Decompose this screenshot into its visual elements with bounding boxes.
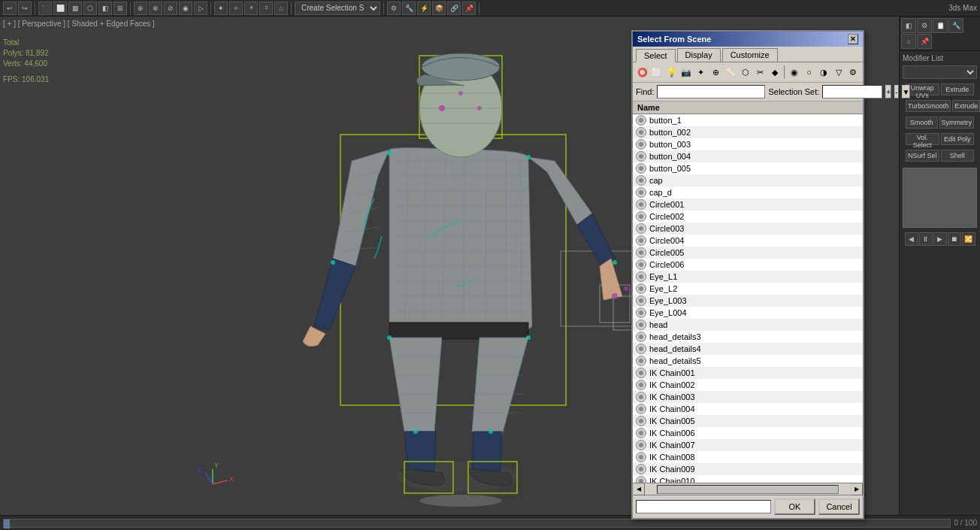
list-item[interactable]: button_005: [633, 162, 863, 174]
nav-pause-icon[interactable]: ⏸: [919, 232, 933, 246]
list-item[interactable]: IK Chain002: [633, 379, 863, 391]
list-item[interactable]: Eye_L003: [633, 295, 863, 307]
toolbar-icon-3[interactable]: ⬛: [38, 2, 52, 15]
extrude-btn-1[interactable]: Extrude: [941, 83, 975, 95]
list-item[interactable]: cap: [633, 174, 863, 186]
list-item[interactable]: head: [633, 319, 863, 331]
extrude-btn-2[interactable]: Extrude: [952, 100, 980, 112]
toolbar-icon-10[interactable]: ⊗: [149, 2, 162, 15]
rp-icon-6[interactable]: 📌: [917, 34, 932, 49]
dt-icon-none[interactable]: ○: [803, 65, 816, 80]
vol-select-btn[interactable]: Vol. Select: [906, 133, 939, 145]
find-input[interactable]: [657, 85, 765, 98]
unwrap-uvs-btn[interactable]: Unwrap UVs: [906, 83, 939, 95]
list-item[interactable]: IK Chain003: [633, 391, 863, 403]
nsurf-sel-btn[interactable]: NSurf Sel: [906, 150, 939, 162]
hscroll-left[interactable]: ◀: [633, 483, 645, 495]
toolbar-icon-12[interactable]: ◉: [179, 2, 192, 15]
symmetry-btn[interactable]: Symmetry: [939, 117, 975, 129]
toolbar-icon-7[interactable]: ◧: [98, 2, 112, 15]
toolbar-icon-24[interactable]: 📌: [462, 2, 476, 15]
ss-dropdown-icon[interactable]: ▼: [902, 85, 911, 98]
dt-icon-invert[interactable]: ◑: [817, 65, 830, 80]
dialog-tab-customize[interactable]: Customize: [722, 48, 778, 62]
toolbar-icon-13[interactable]: ▷: [194, 2, 207, 15]
list-item[interactable]: button_003: [633, 138, 863, 150]
dialog-list[interactable]: button_1button_002button_003button_004bu…: [633, 114, 863, 483]
dt-icon-camera[interactable]: 📷: [680, 65, 694, 80]
toolbar-icon-19[interactable]: ⚙: [387, 2, 401, 15]
timeline-slider[interactable]: [3, 519, 951, 528]
dt-icon-xref[interactable]: ✂: [753, 65, 767, 80]
toolbar-icon-15[interactable]: ✧: [229, 2, 243, 15]
edit-poly-btn[interactable]: Edit Poly: [941, 133, 975, 145]
dialog-footer-input[interactable]: [636, 500, 771, 513]
list-item[interactable]: button_002: [633, 126, 863, 138]
toolbar-icon-8[interactable]: ⊞: [113, 2, 127, 15]
dt-icon-light[interactable]: 💡: [665, 65, 679, 80]
list-item[interactable]: Circle001: [633, 198, 863, 210]
hscroll-right[interactable]: ▶: [851, 483, 863, 495]
toolbar-icon-23[interactable]: 🔗: [447, 2, 461, 15]
cancel-button[interactable]: Cancel: [818, 498, 860, 515]
list-item[interactable]: Eye_L2: [633, 283, 863, 295]
toolbar-icon-21[interactable]: ⚡: [417, 2, 431, 15]
create-selection-dropdown[interactable]: Create Selection S: [295, 2, 380, 15]
dt-icon-filter[interactable]: ▽: [832, 65, 845, 80]
timeline-thumb[interactable]: [4, 519, 10, 528]
dt-icon-helper[interactable]: ✦: [694, 65, 708, 80]
dialog-horizontal-scrollbar[interactable]: ◀ ▶: [633, 483, 863, 495]
rp-icon-5[interactable]: ⌂: [901, 34, 916, 49]
list-item[interactable]: head_details5: [633, 355, 863, 367]
dt-icon-group[interactable]: ⬡: [739, 65, 752, 80]
list-item[interactable]: IK Chain006: [633, 427, 863, 439]
ss-add-icon[interactable]: +: [885, 85, 891, 98]
rp-icon-4[interactable]: 🔧: [948, 18, 963, 33]
toolbar-icon-17[interactable]: ⌗: [259, 2, 273, 15]
list-item[interactable]: Eye_L1: [633, 271, 863, 283]
toolbar-icon-2[interactable]: ↪: [18, 2, 32, 15]
list-item[interactable]: Eye_L004: [633, 307, 863, 319]
list-item[interactable]: IK Chain001: [633, 367, 863, 379]
dt-icon-all[interactable]: ◉: [788, 65, 801, 80]
dialog-close-button[interactable]: ✕: [848, 34, 858, 44]
smooth-btn[interactable]: Smooth: [906, 117, 938, 129]
list-item[interactable]: cap_d: [633, 186, 863, 198]
turbsmooth-btn[interactable]: TurboSmooth: [906, 100, 951, 112]
list-item[interactable]: Circle005: [633, 247, 863, 259]
ok-button[interactable]: OK: [774, 498, 815, 515]
hscroll-track[interactable]: [657, 485, 839, 494]
toolbar-icon-14[interactable]: ✦: [214, 2, 228, 15]
toolbar-icon-20[interactable]: 🔧: [402, 2, 416, 15]
list-item[interactable]: IK Chain007: [633, 439, 863, 451]
list-item[interactable]: Circle006: [633, 259, 863, 271]
nav-stop-icon[interactable]: ⏹: [948, 232, 961, 246]
list-item[interactable]: IK Chain008: [633, 451, 863, 463]
ss-remove-icon[interactable]: -: [894, 85, 898, 98]
toolbar-icon-22[interactable]: 📦: [432, 2, 446, 15]
toolbar-icon-1[interactable]: ↩: [3, 2, 17, 15]
dt-icon-bones[interactable]: 🦴: [724, 65, 737, 80]
dialog-tab-select[interactable]: Select: [636, 49, 676, 62]
toolbar-icon-6[interactable]: ⬡: [83, 2, 97, 15]
dialog-tab-display[interactable]: Display: [677, 48, 721, 62]
list-item[interactable]: button_004: [633, 150, 863, 162]
toolbar-icon-5[interactable]: ▦: [68, 2, 82, 15]
shell-btn[interactable]: Shell: [941, 150, 975, 162]
list-item[interactable]: IK Chain009: [633, 463, 863, 475]
list-item[interactable]: Circle004: [633, 235, 863, 247]
list-item[interactable]: head_details3: [633, 331, 863, 343]
rp-icon-3[interactable]: 📋: [933, 18, 948, 33]
list-item[interactable]: Circle002: [633, 210, 863, 223]
toolbar-icon-18[interactable]: ⌂: [274, 2, 288, 15]
list-item[interactable]: IK Chain010: [633, 475, 863, 483]
dt-icon-options[interactable]: ⚙: [847, 65, 861, 80]
dt-icon-space[interactable]: ⊕: [709, 65, 723, 80]
list-item[interactable]: Circle003: [633, 223, 863, 235]
rp-icon-1[interactable]: ◧: [901, 18, 916, 33]
toolbar-icon-9[interactable]: ⊕: [134, 2, 147, 15]
rp-icon-2[interactable]: ⚙: [917, 18, 932, 33]
list-item[interactable]: IK Chain004: [633, 403, 863, 415]
list-item[interactable]: head_details4: [633, 343, 863, 355]
toolbar-icon-16[interactable]: ⌖: [244, 2, 258, 15]
